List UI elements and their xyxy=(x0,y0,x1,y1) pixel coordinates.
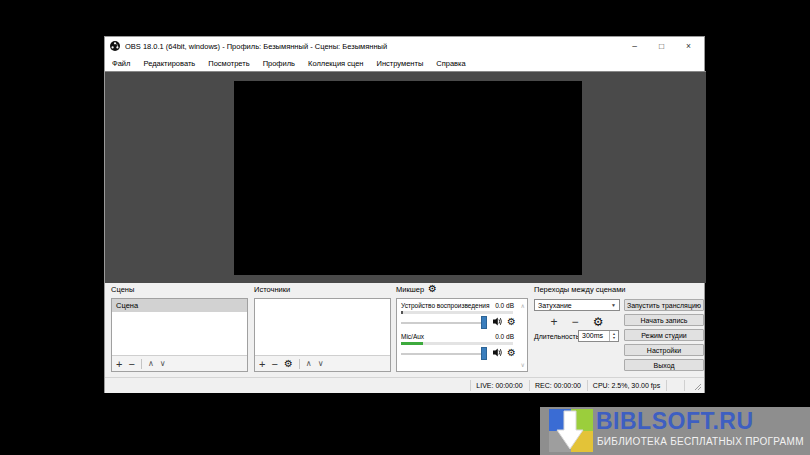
volume-meter xyxy=(401,342,513,345)
chevron-down-icon: ▼ xyxy=(611,302,616,308)
source-properties-gear-icon[interactable]: ⚙ xyxy=(284,357,293,371)
scene-down-icon[interactable]: ∨ xyxy=(160,357,166,371)
scenes-panel: Сцена + − ∧ ∨ xyxy=(111,298,248,372)
preview-area xyxy=(105,71,706,283)
watermark-banner: BIBLSOFT.RU БИБЛИОТЕКА БЕСПЛАТНЫХ ПРОГРА… xyxy=(540,407,810,455)
add-source-icon[interactable]: + xyxy=(259,357,265,371)
volume-slider-track[interactable] xyxy=(401,353,485,355)
volume-slider-handle[interactable] xyxy=(481,316,487,329)
volume-slider-track[interactable] xyxy=(401,322,485,324)
menu-bar: Файл Редактировать Посмотреть Профиль Ко… xyxy=(105,55,704,71)
sources-toolbar: + − ⚙ ∧ ∨ xyxy=(255,355,390,371)
obs-window: OBS 18.0.1 (64bit, windows) - Профиль: Б… xyxy=(104,36,705,393)
menu-item-edit[interactable]: Редактировать xyxy=(143,59,195,68)
screen-background: OBS 18.0.1 (64bit, windows) - Профиль: Б… xyxy=(0,0,810,455)
mixer-settings-gear-icon[interactable]: ⚙ xyxy=(428,283,437,294)
transitions-toolbar: + − ⚙ xyxy=(534,314,620,330)
exit-button[interactable]: Выход xyxy=(624,359,704,371)
source-list[interactable] xyxy=(255,299,390,355)
channel-gear-icon[interactable]: ⚙ xyxy=(507,316,516,327)
menu-item-help[interactable]: Справка xyxy=(436,59,465,68)
speaker-icon[interactable] xyxy=(492,347,503,358)
minimize-button[interactable]: – xyxy=(621,37,648,55)
volume-meter xyxy=(401,311,513,314)
resize-grip[interactable] xyxy=(694,383,702,391)
sources-label: Источники xyxy=(254,285,290,294)
preview-canvas[interactable] xyxy=(234,81,582,275)
sources-panel: + − ⚙ ∧ ∨ xyxy=(254,298,391,372)
mixer-channel-volume: 0.0 dB xyxy=(495,333,514,340)
duration-value: 300ms xyxy=(579,331,609,341)
add-scene-icon[interactable]: + xyxy=(116,357,122,371)
source-up-icon[interactable]: ∧ xyxy=(306,357,312,371)
title-bar: OBS 18.0.1 (64bit, windows) - Профиль: Б… xyxy=(105,37,704,55)
transition-selected-value: Затухание xyxy=(538,302,572,309)
spin-down-icon[interactable]: ▾ xyxy=(613,336,615,340)
scenes-toolbar: + − ∧ ∨ xyxy=(112,355,247,371)
add-transition-icon[interactable]: + xyxy=(551,315,558,329)
source-down-icon[interactable]: ∨ xyxy=(318,357,324,371)
studio-mode-button[interactable]: Режим студии xyxy=(624,329,704,341)
mixer-channel-volume: 0.0 dB xyxy=(495,302,514,309)
menu-item-scene-collection[interactable]: Коллекция сцен xyxy=(308,59,364,68)
mixer-channel-name: Устройство воспроизведения xyxy=(401,302,489,309)
channel-gear-icon[interactable]: ⚙ xyxy=(507,347,516,358)
maximize-button[interactable]: □ xyxy=(648,37,675,55)
mixer-label: Микшер xyxy=(396,285,424,294)
scene-item[interactable]: Сцена xyxy=(112,299,247,312)
scene-list: Сцена xyxy=(112,299,247,355)
speaker-icon[interactable] xyxy=(492,316,503,327)
live-timer: LIVE: 00:00:00 xyxy=(470,378,529,393)
menu-item-view[interactable]: Посмотреть xyxy=(208,59,249,68)
volume-slider-handle[interactable] xyxy=(481,347,487,360)
remove-source-icon[interactable]: − xyxy=(271,357,277,371)
menu-item-tools[interactable]: Инструменты xyxy=(377,59,424,68)
status-bar: LIVE: 00:00:00 REC: 00:00:00 CPU: 2.5%, … xyxy=(105,377,704,393)
download-arrow-icon xyxy=(549,409,593,452)
duration-label: Длительность xyxy=(534,333,579,340)
scroll-down-icon[interactable]: ∨ xyxy=(521,361,525,368)
duration-spinbox[interactable]: 300ms ▴ ▾ xyxy=(578,330,619,342)
menu-item-file[interactable]: Файл xyxy=(112,59,130,68)
biblsoft-logo xyxy=(549,409,593,452)
obs-logo-icon xyxy=(110,41,120,51)
toolbar-separator xyxy=(141,359,142,369)
scene-up-icon[interactable]: ∧ xyxy=(148,357,154,371)
rec-timer: REC: 00:00:00 xyxy=(529,378,587,393)
close-button[interactable]: × xyxy=(675,37,702,55)
transition-select[interactable]: Затухание ▼ xyxy=(534,299,620,311)
remove-scene-icon[interactable]: − xyxy=(128,357,134,371)
menu-item-profile[interactable]: Профиль xyxy=(263,59,295,68)
scenes-label: Сцены xyxy=(111,285,134,294)
scroll-up-icon[interactable]: ∧ xyxy=(521,302,525,309)
mixer-panel: Устройство воспроизведения 0.0 dB ⚙ Mic/… xyxy=(396,298,528,372)
start-recording-button[interactable]: Начать запись xyxy=(624,314,704,326)
transition-properties-gear-icon[interactable]: ⚙ xyxy=(593,315,604,329)
watermark-site-name: BIBLSOFT.RU xyxy=(596,408,754,435)
mixer-channel-name: Mic/Aux xyxy=(401,333,424,340)
window-title: OBS 18.0.1 (64bit, windows) - Профиль: Б… xyxy=(125,42,387,51)
cpu-fps-status: CPU: 2.5%, 30.00 fps xyxy=(587,378,666,393)
toolbar-separator xyxy=(299,359,300,369)
transitions-label: Переходы между сценами xyxy=(534,285,626,294)
spinner-arrows[interactable]: ▴ ▾ xyxy=(609,331,618,341)
watermark-tagline: БИБЛИОТЕКА БЕСПЛАТНЫХ ПРОГРАММ xyxy=(597,436,804,447)
settings-button[interactable]: Настройки xyxy=(624,344,704,356)
remove-transition-icon[interactable]: − xyxy=(572,315,579,329)
start-streaming-button[interactable]: Запустить трансляцию xyxy=(624,299,704,311)
